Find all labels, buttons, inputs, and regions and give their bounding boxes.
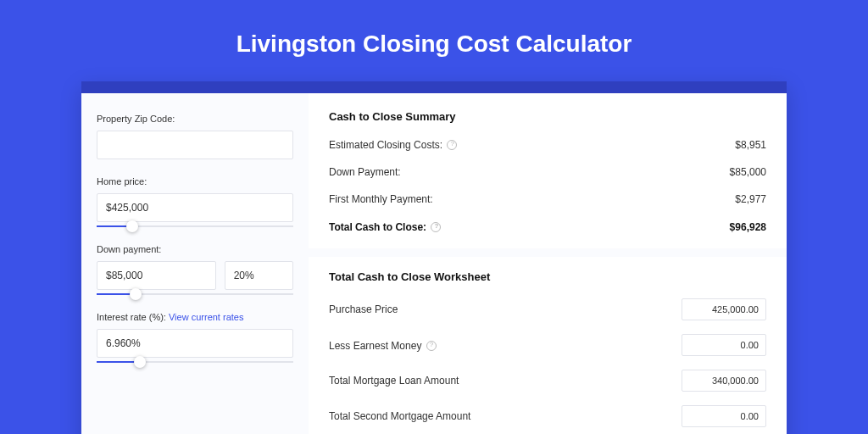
summary-value: $2,977	[735, 193, 766, 205]
worksheet-value[interactable]: 0.00	[682, 405, 766, 427]
summary-total-label: Total Cash to Close:	[329, 220, 441, 233]
field-down-payment: Down payment:	[97, 244, 293, 295]
summary-value: $85,000	[730, 166, 766, 178]
slider-thumb-icon[interactable]	[126, 220, 138, 232]
down-payment-slider[interactable]	[97, 293, 293, 295]
worksheet-label-text: Less Earnest Money	[329, 340, 421, 352]
worksheet-label: Total Mortgage Loan Amount	[329, 375, 459, 387]
slider-thumb-icon[interactable]	[130, 288, 142, 300]
summary-row-down-payment: Down Payment: $85,000	[329, 166, 766, 178]
zip-label: Property Zip Code:	[97, 114, 293, 124]
calculator-card: Property Zip Code: Home price: Down paym…	[81, 81, 787, 434]
field-interest-rate: Interest rate (%): View current rates	[97, 312, 293, 363]
info-icon[interactable]	[447, 140, 457, 150]
info-icon[interactable]	[431, 222, 441, 232]
summary-label-text: Estimated Closing Costs:	[329, 139, 442, 151]
worksheet-value[interactable]: 425,000.00	[682, 298, 766, 320]
summary-title: Cash to Close Summary	[329, 110, 766, 123]
slider-thumb-icon[interactable]	[134, 356, 146, 368]
worksheet-row-second-mortgage: Total Second Mortgage Amount 0.00	[329, 405, 766, 427]
view-rates-link[interactable]: View current rates	[169, 312, 243, 322]
results-panel: Cash to Close Summary Estimated Closing …	[309, 93, 787, 434]
zip-input[interactable]	[97, 131, 293, 159]
interest-rate-input[interactable]	[97, 329, 293, 358]
summary-value: $8,951	[735, 139, 766, 151]
home-price-label: Home price:	[97, 176, 293, 186]
summary-total-value: $96,928	[730, 221, 766, 233]
section-divider	[309, 248, 787, 257]
info-icon[interactable]	[426, 341, 437, 351]
worksheet-label: Total Second Mortgage Amount	[329, 410, 470, 422]
summary-row-first-payment: First Monthly Payment: $2,977	[329, 193, 766, 205]
worksheet-row-purchase-price: Purchase Price 425,000.00	[329, 298, 766, 320]
worksheet-label: Less Earnest Money	[329, 339, 437, 352]
worksheet-value[interactable]: 340,000.00	[682, 370, 766, 392]
rate-label-text: Interest rate (%):	[97, 312, 166, 322]
field-zip: Property Zip Code:	[97, 114, 293, 159]
worksheet-value[interactable]: 0.00	[682, 334, 766, 356]
summary-label: Down Payment:	[329, 166, 401, 178]
inputs-panel: Property Zip Code: Home price: Down paym…	[81, 93, 309, 434]
summary-row-closing-costs: Estimated Closing Costs: $8,951	[329, 138, 766, 151]
down-payment-label: Down payment:	[97, 244, 293, 254]
worksheet-label: Purchase Price	[329, 303, 398, 315]
interest-rate-label: Interest rate (%): View current rates	[97, 312, 293, 322]
home-price-slider[interactable]	[97, 225, 293, 227]
page-title: Livingston Closing Cost Calculator	[0, 0, 868, 81]
worksheet-row-earnest-money: Less Earnest Money 0.00	[329, 334, 766, 356]
down-payment-pct-input[interactable]	[225, 261, 293, 290]
interest-rate-slider[interactable]	[97, 361, 293, 363]
home-price-input[interactable]	[97, 193, 293, 222]
summary-label: First Monthly Payment:	[329, 193, 433, 205]
summary-row-total: Total Cash to Close: $96,928	[329, 220, 766, 233]
worksheet-title: Total Cash to Close Worksheet	[329, 270, 766, 283]
summary-label: Estimated Closing Costs:	[329, 138, 457, 151]
calculator-body: Property Zip Code: Home price: Down paym…	[81, 93, 787, 434]
field-home-price: Home price:	[97, 176, 293, 227]
down-payment-input[interactable]	[97, 261, 216, 290]
worksheet-row-mortgage-amount: Total Mortgage Loan Amount 340,000.00	[329, 370, 766, 392]
summary-total-label-text: Total Cash to Close:	[329, 221, 426, 233]
